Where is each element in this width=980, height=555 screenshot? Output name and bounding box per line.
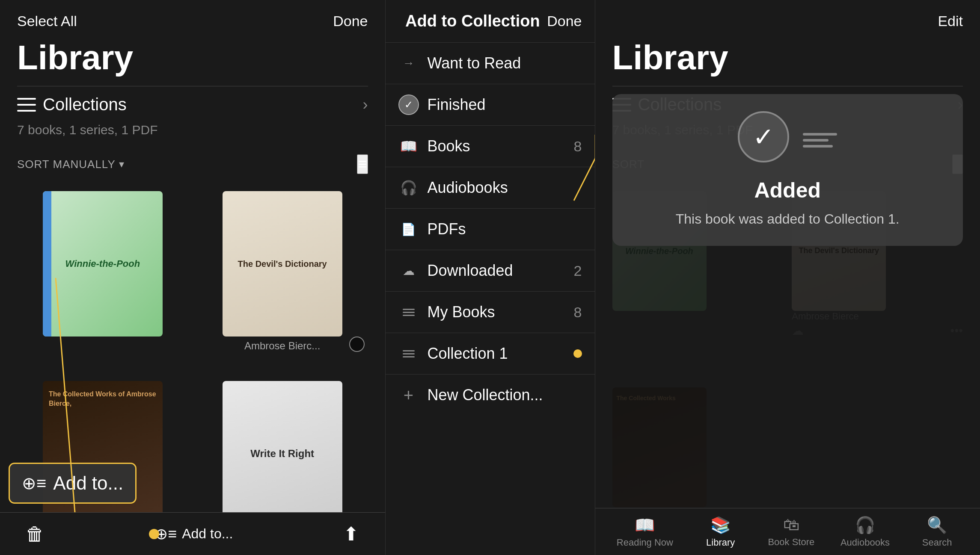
downloaded-label: Downloaded bbox=[428, 262, 574, 280]
pdfs-label: PDFs bbox=[428, 220, 582, 238]
nav-item-search[interactable]: 🔍 Search bbox=[916, 516, 959, 548]
want-to-read-label: Want to Read bbox=[428, 54, 582, 72]
nav-item-library[interactable]: 📚 Library bbox=[699, 516, 742, 548]
collections-icon-left bbox=[17, 98, 36, 112]
add-to-collection-title: Add to Collection bbox=[405, 12, 540, 30]
sort-text-left: SORT MANUALLY bbox=[17, 158, 116, 171]
menu-icon-my-books bbox=[398, 302, 419, 322]
right-winnie-title: Winnie-the-Pooh bbox=[625, 246, 693, 256]
devil-title: The Devil's Dictionary bbox=[238, 258, 327, 269]
pdf-icon: 📄 bbox=[398, 219, 419, 239]
new-collection-item[interactable]: + New Collection... bbox=[386, 375, 595, 416]
done-button-left[interactable]: Done bbox=[333, 13, 368, 30]
panel-middle: Add to Collection Done → Want to Read ✓ … bbox=[386, 0, 595, 555]
downloaded-count: 2 bbox=[574, 263, 582, 279]
collection-item-finished[interactable]: ✓ Finished bbox=[386, 84, 595, 126]
search-nav-icon: 🔍 bbox=[927, 516, 947, 534]
trash-button[interactable]: 🗑 bbox=[26, 523, 45, 545]
my-books-count: 8 bbox=[574, 304, 582, 321]
collection-item-my-books[interactable]: My Books 8 bbox=[386, 292, 595, 333]
sort-chevron-icon: ▾ bbox=[119, 158, 124, 170]
share-button[interactable]: ⬆ bbox=[343, 523, 359, 545]
audiobooks-label: Audiobooks bbox=[428, 179, 582, 197]
add-to-label: Add to... bbox=[53, 472, 123, 494]
added-title: Added bbox=[754, 178, 821, 203]
library-meta-left: 7 books, 1 series, 1 PDF bbox=[0, 123, 385, 150]
middle-header: Add to Collection Done bbox=[386, 0, 595, 43]
added-line-1 bbox=[803, 133, 837, 136]
bottom-toolbar-left: 🗑 ⊕≡ Add to... ⬆ bbox=[0, 512, 385, 555]
collections-row-left[interactable]: Collections › bbox=[0, 86, 385, 123]
reading-now-label: Reading Now bbox=[617, 537, 673, 548]
more-button[interactable]: ••• bbox=[950, 324, 963, 338]
added-icon-row: ✓ bbox=[738, 111, 837, 169]
nav-item-audiobooks[interactable]: 🎧 Audiobooks bbox=[840, 516, 890, 548]
collection-item-downloaded[interactable]: ☁ Downloaded 2 bbox=[386, 250, 595, 292]
right-devil-title: The Devil's Dictionary bbox=[799, 246, 879, 256]
nav-item-reading-now[interactable]: 📖 Reading Now bbox=[617, 516, 673, 548]
right-book-meta: ☁ ••• bbox=[792, 322, 963, 339]
library-nav-label: Library bbox=[706, 537, 735, 548]
winnie-title: Winnie-the-Pooh bbox=[65, 258, 140, 269]
yellow-dot-toolbar bbox=[149, 529, 159, 539]
my-books-label: My Books bbox=[428, 303, 574, 321]
audiobooks-nav-label: Audiobooks bbox=[840, 537, 890, 548]
search-nav-label: Search bbox=[922, 537, 952, 548]
reading-now-icon: 📖 bbox=[635, 516, 655, 534]
add-to-toolbar-area: ⊕≡ Add to... bbox=[155, 525, 233, 543]
book-item-winnie[interactable]: Winnie-the-Pooh bbox=[17, 191, 188, 372]
library-icon: 📚 bbox=[710, 516, 731, 534]
nav-item-book-store[interactable]: 🛍 Book Store bbox=[768, 516, 814, 548]
right-header: Edit bbox=[595, 0, 980, 34]
collection-item-audiobooks[interactable]: 🎧 Audiobooks bbox=[386, 167, 595, 209]
done-button-middle[interactable]: Done bbox=[547, 13, 582, 30]
add-to-toolbar-button[interactable]: ⊕≡ Add to... bbox=[155, 525, 233, 543]
new-collection-label: New Collection... bbox=[428, 386, 543, 404]
plus-icon-new-collection: + bbox=[398, 385, 419, 405]
book-cover-write: Write It Right bbox=[223, 381, 342, 526]
collection-list: → Want to Read ✓ Finished 📖 Books 8 🎧 Au… bbox=[386, 43, 595, 555]
menu-lines-collection1 bbox=[403, 350, 415, 357]
book-item-devil[interactable]: The Devil's Dictionary Ambrose Bierc... bbox=[197, 191, 368, 372]
book-icon-books: 📖 bbox=[398, 136, 419, 156]
added-overlay: ✓ Added This book was added to Collectio… bbox=[612, 94, 963, 246]
collection-item-collection1[interactable]: Collection 1 bbox=[386, 333, 595, 375]
menu-lines-my-books bbox=[403, 309, 415, 316]
collection-item-want-to-read[interactable]: → Want to Read bbox=[386, 43, 595, 84]
collection-item-books[interactable]: 📖 Books 8 bbox=[386, 126, 595, 167]
select-all-button[interactable]: Select All bbox=[17, 13, 77, 30]
collection1-label: Collection 1 bbox=[428, 345, 573, 363]
books-label: Books bbox=[428, 137, 574, 155]
added-line-2 bbox=[803, 139, 829, 142]
chevron-right-icon-left: › bbox=[363, 96, 368, 114]
book-cover-devil: The Devil's Dictionary bbox=[223, 191, 342, 337]
yellow-dot-collection1 bbox=[573, 349, 582, 358]
right-collected-title: The Collected Works bbox=[617, 394, 676, 403]
added-line-3 bbox=[803, 145, 833, 148]
books-count: 8 bbox=[574, 138, 582, 155]
headphones-icon: 🎧 bbox=[398, 177, 419, 198]
collections-label-left: Collections bbox=[43, 95, 363, 114]
added-lines-decoration bbox=[803, 133, 837, 148]
audiobooks-nav-icon: 🎧 bbox=[855, 516, 875, 534]
edit-button-right[interactable]: Edit bbox=[938, 13, 963, 30]
arrow-right-icon-want: → bbox=[398, 53, 419, 74]
finished-label: Finished bbox=[428, 96, 582, 114]
list-view-button[interactable]: ≡ bbox=[357, 154, 368, 174]
add-to-icon: ⊕≡ bbox=[22, 473, 46, 493]
library-title-right: Library bbox=[595, 34, 980, 86]
panel-left-header: Select All Done bbox=[0, 0, 385, 34]
collection-item-pdfs[interactable]: 📄 PDFs bbox=[386, 209, 595, 250]
sort-row-left: SORT MANUALLY ▾ ≡ bbox=[0, 150, 385, 183]
book-select-circle-devil bbox=[349, 337, 365, 352]
sort-dropdown-left[interactable]: SORT MANUALLY ▾ bbox=[17, 158, 124, 171]
menu-icon-collection1 bbox=[398, 343, 419, 364]
added-description: This book was added to Collection 1. bbox=[676, 210, 900, 229]
write-title: Write It Right bbox=[250, 448, 314, 460]
library-title-left: Library bbox=[0, 34, 385, 86]
panel-right: Edit Library Collections › 7 books, 1 se… bbox=[595, 0, 980, 555]
cloud-icon: ☁ bbox=[792, 324, 804, 338]
add-to-callout[interactable]: ⊕≡ Add to... bbox=[9, 463, 137, 504]
book-spine bbox=[43, 191, 51, 337]
book-cover-collected: The Collected Works of Ambrose Bierce, bbox=[43, 381, 163, 526]
